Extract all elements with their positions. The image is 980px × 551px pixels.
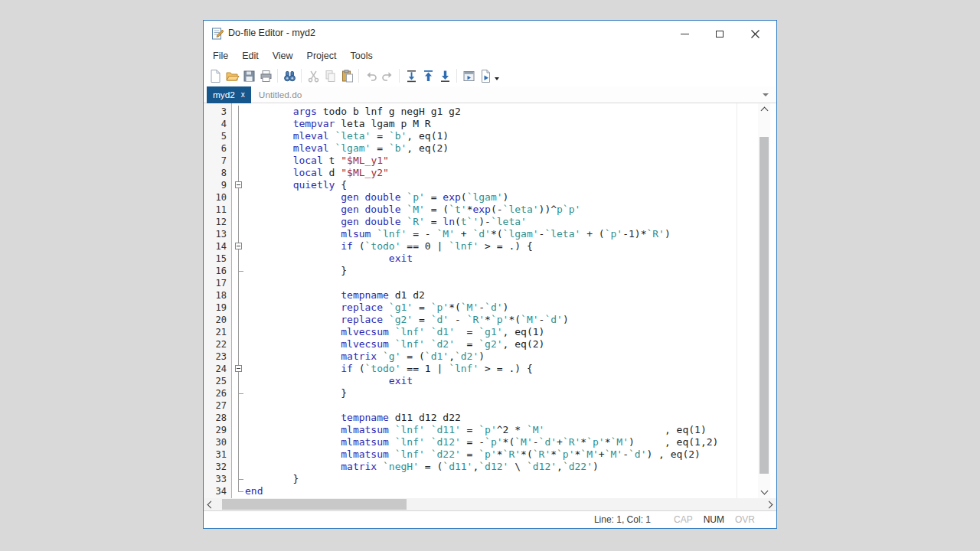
code-line[interactable]: 27 — [204, 399, 758, 412]
fold-margin — [232, 179, 245, 191]
toolbar-separator — [301, 69, 302, 83]
fold-margin — [232, 118, 245, 130]
vertical-scrollbar[interactable] — [758, 103, 770, 498]
execute-do-button[interactable] — [477, 67, 494, 85]
find-button[interactable] — [281, 67, 298, 85]
line-number: 34 — [204, 486, 232, 497]
execute-dropdown-caret[interactable] — [495, 77, 499, 80]
maximize-button[interactable] — [702, 21, 737, 47]
execute-do-icon — [479, 69, 493, 83]
code-line[interactable]: 7 local t "$ML_y1" — [204, 155, 758, 167]
code-line[interactable]: 10 gen double `p' = exp(`lgam') — [204, 191, 758, 204]
toolbar-separator — [358, 69, 359, 83]
code-line[interactable]: 20 replace `g2' = `d' - `R'*`p'*(`M'-`d'… — [204, 314, 758, 326]
scroll-left-button[interactable] — [204, 498, 215, 510]
line-number: 28 — [204, 412, 232, 423]
code-text: tempvar leta lgam p M R — [245, 118, 431, 130]
fold-margin — [232, 363, 245, 375]
code-line[interactable]: 4 tempvar leta lgam p M R — [204, 118, 758, 130]
cursor-position: Line: 1, Col: 1 — [594, 514, 651, 525]
copy-button[interactable] — [322, 67, 338, 85]
execute-below-button[interactable] — [436, 67, 453, 85]
code-text: } — [245, 473, 299, 485]
scroll-down-button[interactable] — [758, 487, 770, 498]
tab-close-icon[interactable]: x — [241, 91, 245, 99]
code-line[interactable]: 9 quietly { — [204, 179, 758, 191]
scroll-up-button[interactable] — [758, 103, 770, 115]
code-line[interactable]: 22 mlvecsum `lnf' `d2' = `g2', eq(2) — [204, 338, 758, 350]
code-line[interactable]: 23 matrix `g' = (`d1',`d2') — [204, 350, 758, 363]
code-line[interactable]: 26 } — [204, 387, 758, 399]
cut-button[interactable] — [305, 67, 322, 85]
fold-margin — [232, 228, 245, 240]
code-line[interactable]: 6 mleval `lgam' = `b', eq(2) — [204, 142, 758, 155]
horizontal-scrollbar-thumb[interactable] — [222, 499, 407, 510]
chevron-left-icon — [207, 500, 215, 508]
code-line[interactable]: 32 matrix `negH' = (`d11',`d12' \ `d12',… — [204, 461, 758, 473]
code-line[interactable]: 24 if (`todo' == 1 | `lnf' > = .) { — [204, 363, 758, 375]
code-line[interactable]: 19 replace `g1' = `p'*(`M'-`d') — [204, 302, 758, 314]
fold-margin — [232, 436, 245, 448]
tab-untitled[interactable]: Untitled.do — [251, 86, 309, 103]
line-number: 21 — [204, 327, 232, 337]
code-line[interactable]: 15 exit — [204, 253, 758, 265]
fold-margin — [232, 461, 245, 473]
save-icon — [242, 69, 256, 83]
save-button[interactable] — [240, 67, 257, 85]
code-line[interactable]: 21 mlvecsum `lnf' `d1' = `g1', eq(1) — [204, 326, 758, 338]
scroll-right-button[interactable] — [765, 498, 776, 510]
preview-button[interactable] — [460, 67, 477, 85]
num-lock-indicator: NUM — [704, 514, 724, 525]
fold-collapse-icon[interactable] — [235, 243, 242, 249]
menu-project[interactable]: Project — [300, 47, 344, 65]
line-number: 10 — [204, 192, 232, 203]
code-line[interactable]: 25 exit — [204, 375, 758, 387]
open-folder-icon — [225, 69, 240, 83]
new-file-button[interactable] — [207, 67, 224, 85]
menu-file[interactable]: File — [206, 47, 235, 65]
undo-button[interactable] — [362, 67, 379, 85]
line-number: 6 — [204, 143, 232, 154]
run-to-line-button[interactable] — [403, 67, 420, 85]
menu-bar: File Edit View Project Tools — [204, 47, 776, 65]
paste-button[interactable] — [338, 67, 355, 85]
redo-button[interactable] — [379, 67, 396, 85]
tab-list-dropdown-icon[interactable] — [763, 93, 769, 96]
code-line[interactable]: 31 mlmatsum `lnf' `d22' = `p'*`R'*(`R'*`… — [204, 448, 758, 461]
code-line[interactable]: 34end — [204, 485, 758, 497]
fold-collapse-icon[interactable] — [235, 365, 242, 372]
line-number: 24 — [204, 364, 232, 374]
code-line[interactable]: 13 mlsum `lnf' = - `M' + `d'*(`lgam'-`le… — [204, 228, 758, 240]
menu-edit[interactable]: Edit — [235, 47, 266, 65]
open-file-button[interactable] — [224, 67, 240, 85]
close-button[interactable] — [737, 21, 773, 47]
vertical-scrollbar-thumb[interactable] — [760, 137, 769, 474]
code-line[interactable]: 18 tempname d1 d2 — [204, 289, 758, 302]
code-line[interactable]: 5 mleval `leta' = `b', eq(1) — [204, 130, 758, 142]
menu-tools[interactable]: Tools — [343, 47, 379, 65]
code-line[interactable]: 14 if (`todo' == 0 | `lnf' > = .) { — [204, 240, 758, 253]
code-line[interactable]: 28 tempname d11 d12 d22 — [204, 412, 758, 424]
code-line[interactable]: 12 gen double `R' = ln(t`')-`leta' — [204, 216, 758, 228]
code-editor[interactable]: 3 args todo b lnf g negH g1 g24 tempvar … — [204, 103, 776, 498]
chevron-down-icon — [760, 487, 768, 495]
fold-margin — [232, 350, 245, 363]
minimize-button[interactable] — [667, 21, 702, 47]
code-line[interactable]: 11 gen double `M' = (`t'*exp(-`leta'))^p… — [204, 204, 758, 216]
arrow-up-icon — [421, 69, 436, 83]
code-line[interactable]: 29 mlmatsum `lnf' `d11' = `p'^2 * `M' , … — [204, 424, 758, 436]
line-number: 4 — [204, 119, 232, 129]
code-line[interactable]: 17 — [204, 277, 758, 289]
fold-collapse-icon[interactable] — [235, 181, 242, 188]
run-to-line-icon — [404, 69, 419, 83]
menu-view[interactable]: View — [266, 47, 300, 65]
code-line[interactable]: 30 mlmatsum `lnf' `d12' = -`p'*(`M'-`d'+… — [204, 436, 758, 448]
tab-myd2[interactable]: myd2 x — [207, 86, 251, 103]
print-button[interactable] — [257, 67, 274, 85]
horizontal-scrollbar[interactable] — [204, 498, 776, 510]
code-line[interactable]: 33 } — [204, 473, 758, 485]
code-line[interactable]: 8 local d "$ML_y2" — [204, 167, 758, 179]
execute-above-button[interactable] — [420, 67, 436, 85]
code-line[interactable]: 3 args todo b lnf g negH g1 g2 — [204, 106, 758, 118]
code-line[interactable]: 16 } — [204, 265, 758, 277]
